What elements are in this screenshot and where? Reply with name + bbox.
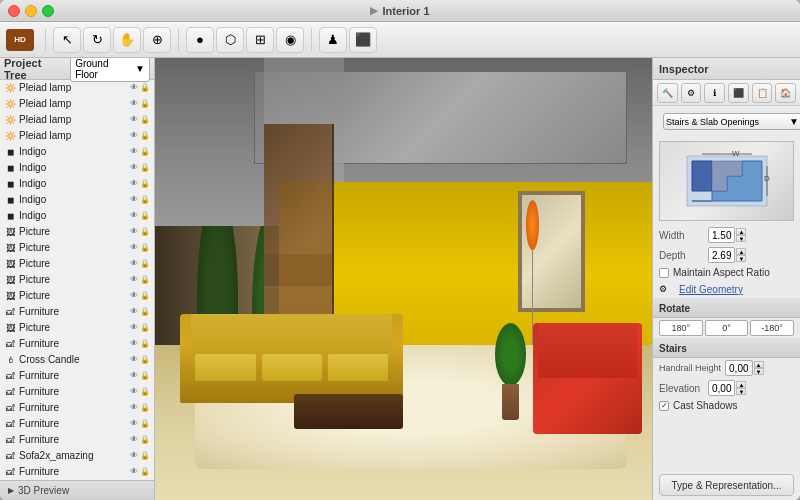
item-icon: 🔆 bbox=[4, 82, 16, 94]
tree-item[interactable]: 🛋 Furniture 👁🔒 bbox=[0, 304, 154, 320]
item-icon: 🛋 bbox=[4, 386, 16, 398]
main-window: ▶ Interior 1 HD ↖ ↻ ✋ ⊕ ● ⬡ ⊞ ◉ ♟ ⬛ bbox=[0, 0, 800, 500]
tree-item[interactable]: 🔆 Pleiad lamp 👁🔒 bbox=[0, 112, 154, 128]
tree-item[interactable]: ◼ Indigo 👁🔒 bbox=[0, 160, 154, 176]
toolbar-separator-1 bbox=[45, 28, 46, 52]
aspect-ratio-checkbox[interactable] bbox=[659, 268, 669, 278]
tree-item[interactable]: 🖼 Picture 👁🔒 bbox=[0, 256, 154, 272]
chair bbox=[533, 323, 642, 434]
item-icon: ◼ bbox=[4, 210, 16, 222]
handrail-stepper[interactable]: ▲ ▼ bbox=[754, 361, 764, 375]
tree-item[interactable]: 🛋 Sofa2x_amazing 👁🔒 bbox=[0, 448, 154, 464]
depth-up-button[interactable]: ▲ bbox=[736, 248, 746, 255]
elevation-down-button[interactable]: ▼ bbox=[736, 388, 746, 395]
rotate-center-display[interactable]: 0° bbox=[705, 320, 749, 336]
tree-item[interactable]: 🛋 Furniture 👁🔒 bbox=[0, 336, 154, 352]
inspector-tool-1[interactable]: 🔨 bbox=[657, 83, 678, 103]
handrail-down-button[interactable]: ▼ bbox=[754, 368, 764, 375]
photo-tool-button[interactable]: ⬛ bbox=[349, 27, 377, 53]
cursor-tool-button[interactable]: ⊞ bbox=[246, 27, 274, 53]
elevation-up-button[interactable]: ▲ bbox=[736, 381, 746, 388]
tree-item[interactable]: 🔆 Pleiad lamp 👁🔒 bbox=[0, 80, 154, 96]
tree-item[interactable]: 🛋 Furniture 👁🔒 bbox=[0, 400, 154, 416]
cast-shadows-row: Cast Shadows bbox=[653, 398, 800, 413]
preview-tab[interactable]: 3D Preview bbox=[0, 480, 154, 500]
project-tree-list[interactable]: 🔆 Pleiad lamp 👁🔒 🔆 Pleiad lamp 👁🔒 🔆 Plei… bbox=[0, 80, 154, 480]
tree-item[interactable]: 🖼 Picture 👁🔒 bbox=[0, 320, 154, 336]
camera-tool-button[interactable]: ◉ bbox=[276, 27, 304, 53]
measure-tool-button[interactable]: ⬡ bbox=[216, 27, 244, 53]
orbit-tool-button[interactable]: ↻ bbox=[83, 27, 111, 53]
inspector-tool-2[interactable]: ⚙ bbox=[681, 83, 702, 103]
item-icon: 🛋 bbox=[4, 450, 16, 462]
tree-item[interactable]: 🛋 Furniture 👁🔒 bbox=[0, 384, 154, 400]
window-controls bbox=[8, 5, 54, 17]
tree-item[interactable]: 🖼 Picture 👁🔒 bbox=[0, 272, 154, 288]
item-icon: 🖼 bbox=[4, 274, 16, 286]
item-icon: ◼ bbox=[4, 162, 16, 174]
walk-tool-button[interactable]: ♟ bbox=[319, 27, 347, 53]
zoom-tool-button[interactable]: ⊕ bbox=[143, 27, 171, 53]
cast-shadows-checkbox[interactable] bbox=[659, 401, 669, 411]
item-icon: 🖼 bbox=[4, 322, 16, 334]
floor-dropdown[interactable]: Ground Floor ▼ bbox=[70, 58, 150, 82]
elevation-stepper[interactable]: ▲ ▼ bbox=[736, 381, 746, 395]
width-input[interactable]: 1.50 bbox=[708, 227, 735, 243]
tool-group-1: ↖ ↻ ✋ ⊕ bbox=[53, 27, 171, 53]
room-scene-3d bbox=[155, 58, 652, 500]
tree-item[interactable]: ◼ Indigo 👁🔒 bbox=[0, 176, 154, 192]
tree-item[interactable]: 🖼 Picture 👁🔒 bbox=[0, 288, 154, 304]
handrail-up-button[interactable]: ▲ bbox=[754, 361, 764, 368]
viewport[interactable] bbox=[155, 58, 652, 500]
draw-tool-button[interactable]: ● bbox=[186, 27, 214, 53]
width-up-button[interactable]: ▲ bbox=[736, 228, 746, 235]
handrail-input[interactable]: 0,00 bbox=[725, 360, 752, 376]
tree-item[interactable]: 🛋 Furniture 👁🔒 bbox=[0, 368, 154, 384]
edit-geometry-link[interactable]: Edit Geometry bbox=[673, 284, 749, 295]
item-icon: 🛋 bbox=[4, 434, 16, 446]
tree-item[interactable]: ◼ Indigo 👁🔒 bbox=[0, 144, 154, 160]
minimize-button[interactable] bbox=[25, 5, 37, 17]
tree-item[interactable]: 🛋 Furniture 👁🔒 bbox=[0, 432, 154, 448]
coffee-table bbox=[294, 394, 403, 429]
tree-item[interactable]: 🛋 Furniture 👁🔒 bbox=[0, 464, 154, 480]
type-representation-button[interactable]: Type & Representation... bbox=[659, 474, 794, 496]
inspector-tool-6[interactable]: 🏠 bbox=[775, 83, 796, 103]
item-icon: 🖼 bbox=[4, 242, 16, 254]
handrail-input-group: 0,00 ▲ ▼ bbox=[725, 360, 763, 376]
depth-stepper[interactable]: ▲ ▼ bbox=[736, 248, 746, 262]
elevation-input[interactable]: 0,00 bbox=[708, 380, 735, 396]
tree-item[interactable]: 🖼 Picture 👁🔒 bbox=[0, 240, 154, 256]
item-icon: 🛋 bbox=[4, 402, 16, 414]
close-button[interactable] bbox=[8, 5, 20, 17]
rotate-section-header: Rotate bbox=[653, 298, 800, 318]
elevation-row: Elevation 0,00 ▲ ▼ bbox=[653, 378, 800, 398]
tree-item[interactable]: 🔆 Pleiad lamp 👁🔒 bbox=[0, 128, 154, 144]
width-stepper[interactable]: ▲ ▼ bbox=[736, 228, 746, 242]
pan-tool-button[interactable]: ✋ bbox=[113, 27, 141, 53]
stairs-dropdown[interactable]: Stairs & Slab Openings ▼ bbox=[663, 113, 800, 130]
inspector-tool-3[interactable]: ℹ bbox=[704, 83, 725, 103]
tree-item[interactable]: 🔆 Pleiad lamp 👁🔒 bbox=[0, 96, 154, 112]
handrail-row: Handrail Height 0,00 ▲ ▼ bbox=[653, 358, 800, 378]
toolbar-separator-2 bbox=[178, 28, 179, 52]
tree-item[interactable]: 🖼 Picture 👁🔒 bbox=[0, 224, 154, 240]
tree-item[interactable]: 🕯 Cross Candle 👁🔒 bbox=[0, 352, 154, 368]
inspector-tool-5[interactable]: 📋 bbox=[752, 83, 773, 103]
tree-item[interactable]: ◼ Indigo 👁🔒 bbox=[0, 192, 154, 208]
rotate-left-display[interactable]: 180° bbox=[659, 320, 703, 336]
item-icon: 🔆 bbox=[4, 130, 16, 142]
depth-down-button[interactable]: ▼ bbox=[736, 255, 746, 262]
inspector-toolbar: 🔨 ⚙ ℹ ⬛ 📋 🏠 bbox=[653, 80, 800, 106]
tree-item[interactable]: ◼ Indigo 👁🔒 bbox=[0, 208, 154, 224]
rotate-right-display[interactable]: -180° bbox=[750, 320, 794, 336]
depth-input[interactable]: 2.69 bbox=[708, 247, 735, 263]
title-arrow-icon: ▶ bbox=[370, 5, 378, 16]
width-down-button[interactable]: ▼ bbox=[736, 235, 746, 242]
inspector-spacer bbox=[653, 413, 800, 470]
select-tool-button[interactable]: ↖ bbox=[53, 27, 81, 53]
svg-marker-2 bbox=[692, 161, 712, 191]
tree-item[interactable]: 🛋 Furniture 👁🔒 bbox=[0, 416, 154, 432]
maximize-button[interactable] bbox=[42, 5, 54, 17]
inspector-tool-4[interactable]: ⬛ bbox=[728, 83, 749, 103]
